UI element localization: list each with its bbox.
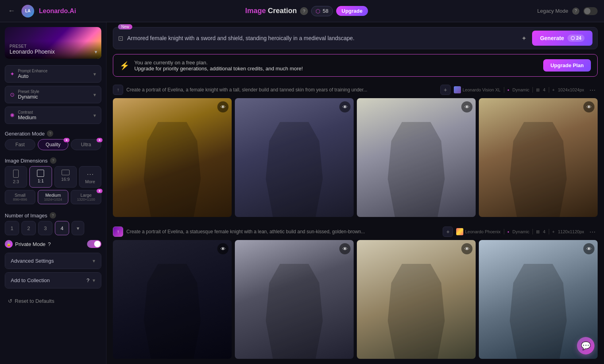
prompt-enhance-left: ✦ Prompt Enhance Auto [10, 69, 48, 79]
nav-right: Legacy Mode ? [537, 7, 598, 15]
advanced-settings-section: Advanced Settings ▾ [5, 253, 101, 269]
image-cell-1-3[interactable]: 👁 [357, 98, 476, 217]
dim-11[interactable]: 1:1 [29, 166, 52, 188]
dim-more[interactable]: ⋯ More [79, 166, 101, 188]
quality-badge: ★ [64, 138, 70, 142]
image-cell-1-2[interactable]: 👁 [235, 98, 354, 217]
prompt-enhance-button[interactable]: ✦ [520, 33, 528, 44]
generate-button[interactable]: Generate ⬡ 24 [532, 31, 592, 46]
count-2: 4 [543, 229, 545, 234]
size-medium[interactable]: Medium 1024×1024 [38, 190, 68, 204]
num-images-help[interactable]: ? [50, 212, 56, 219]
num-images-label: Number of Images [5, 213, 47, 219]
image-cell-2-2[interactable]: 👁 [235, 240, 354, 359]
model-name-1: Leonardo Vision XL [463, 87, 501, 92]
eye-button-1-1[interactable]: 👁 [217, 101, 228, 112]
legacy-help-icon[interactable]: ? [572, 8, 579, 15]
upscale-button-2[interactable]: ↑ [113, 227, 123, 237]
eye-button-2-4[interactable]: 👁 [583, 243, 594, 254]
add-to-collection-header[interactable]: Add to Collection ? ▾ [5, 273, 101, 288]
num-1[interactable]: 1 [5, 221, 19, 235]
row-meta-2: Leonardo Phoenix ● Dynamic ⊞ 4 + 1120x11… [456, 228, 584, 235]
private-mode-help[interactable]: ? [48, 241, 51, 247]
contrast-control[interactable]: ✺ Contrast Medium ▾ [5, 106, 101, 124]
eye-button-2-3[interactable]: 👁 [461, 243, 472, 254]
contrast-info: Contrast Medium [18, 110, 36, 120]
reset-defaults-button[interactable]: ↺ Reset to Defaults [5, 295, 101, 307]
dim-169[interactable]: 16:9 [54, 166, 77, 188]
banner-line1: You are currently on a free plan. [134, 60, 538, 66]
main-content: New ⊡ ✦ Generate ⬡ 24 ⚡ You are currentl… [106, 22, 604, 364]
preset-value: Leonardo Phoenix [10, 48, 97, 55]
contrast-left: ✺ Contrast Medium [10, 110, 36, 120]
image-grid-1: 👁 👁 👁 👁 [113, 98, 598, 217]
eye-button-2-1[interactable]: 👁 [217, 243, 228, 254]
gen-row-2-header: ↑ Create a portrait of Evelina, a statue… [113, 223, 598, 240]
size-icon-1: + [552, 87, 555, 92]
back-button[interactable]: ← [6, 5, 17, 17]
generation-mode-help[interactable]: ? [47, 130, 53, 137]
gallery-area: ↑ Create a portrait of Evelina, a female… [106, 81, 604, 364]
add-button-1[interactable]: + [440, 85, 451, 95]
image-dimensions-header: Image Dimensions ? [0, 153, 106, 166]
num-4[interactable]: 4 [55, 221, 69, 235]
count-icon-1: ⊞ [536, 87, 540, 93]
token-icon: ⬡ [316, 8, 320, 14]
image-cell-2-3[interactable]: 👁 [357, 240, 476, 359]
preset-style-control[interactable]: ⊙ Preset Style Dynamic ▾ [5, 86, 101, 103]
eye-button-1-3[interactable]: 👁 [461, 101, 472, 112]
private-mode-toggle[interactable] [87, 240, 101, 248]
size-large-sub: 1320×1100 [73, 197, 99, 201]
gen-mode-ultra[interactable]: Ultra ★ [71, 139, 101, 150]
image-placeholder-2-1 [113, 240, 232, 359]
private-mode-row: 🔒 Private Mode ? [0, 238, 106, 251]
num-2[interactable]: 2 [21, 221, 36, 235]
gen-mode-fast[interactable]: Fast [5, 139, 35, 150]
image-grid-2: 👁 👁 👁 👁 [113, 240, 598, 359]
private-mode-icon: 🔒 [5, 240, 13, 248]
preset-style-label: Preset Style [18, 89, 39, 94]
eye-button-1-4[interactable]: 👁 [583, 101, 594, 112]
add-button-2[interactable]: + [443, 227, 453, 237]
title-help-badge[interactable]: ? [300, 7, 308, 15]
divider-2 [532, 87, 533, 93]
gen-mode-quality[interactable]: Quality ★ [38, 139, 68, 150]
chat-bubble[interactable]: 💬 [577, 337, 594, 354]
image-dimensions-label: Image Dimensions [5, 158, 48, 164]
image-placeholder-1-2 [235, 98, 354, 217]
prompt-enhance-control[interactable]: ✦ Prompt Enhance Auto ▾ [5, 65, 101, 83]
image-cell-1-4[interactable]: 👁 [479, 98, 598, 217]
main-layout: Preset Leonardo Phoenix ▾ ✦ Prompt Enhan… [0, 22, 604, 364]
size-small[interactable]: Small 896×896 [5, 190, 35, 204]
portrait-icon [13, 170, 19, 178]
more-button-1[interactable]: ⋯ [587, 85, 598, 95]
contrast-chevron: ▾ [93, 112, 96, 118]
count-icon-2: ⊞ [536, 229, 540, 234]
upgrade-plan-button[interactable]: Upgrade Plan [543, 59, 591, 72]
prompt-input[interactable] [127, 35, 516, 41]
add-collection-help[interactable]: ? [87, 277, 89, 283]
banner-line2: Upgrade for priority generations, additi… [134, 66, 538, 72]
size-1: 1024x1024px [558, 87, 584, 92]
size-large[interactable]: Large 1320×1100 ★ [71, 190, 101, 204]
num-3[interactable]: 3 [38, 221, 52, 235]
eye-button-2-2[interactable]: 👁 [339, 243, 350, 254]
upgrade-button[interactable]: Upgrade [336, 6, 368, 16]
image-cell-2-1[interactable]: 👁 [113, 240, 232, 359]
sidebar: Preset Leonardo Phoenix ▾ ✦ Prompt Enhan… [0, 22, 106, 364]
legacy-mode-toggle[interactable] [583, 7, 598, 15]
divider-5 [532, 229, 533, 234]
upscale-button-1[interactable]: ↑ [113, 85, 123, 95]
prompt-preview-2: Create a portrait of Evelina, a statuesq… [126, 229, 439, 234]
divider-4 [504, 229, 504, 234]
add-to-collection-label: Add to Collection [11, 277, 50, 283]
eye-button-1-2[interactable]: 👁 [339, 101, 350, 112]
dim-23[interactable]: 2:3 [5, 166, 27, 188]
advanced-settings-header[interactable]: Advanced Settings ▾ [5, 253, 101, 269]
image-cell-1-1[interactable]: 👁 [113, 98, 232, 217]
logo-text: Leonardo.Ai [39, 8, 76, 15]
num-dropdown[interactable]: ▾ [72, 221, 84, 235]
more-button-2[interactable]: ⋯ [587, 227, 598, 237]
preset-card[interactable]: Preset Leonardo Phoenix ▾ [5, 27, 101, 59]
image-dimensions-help[interactable]: ? [50, 157, 56, 164]
